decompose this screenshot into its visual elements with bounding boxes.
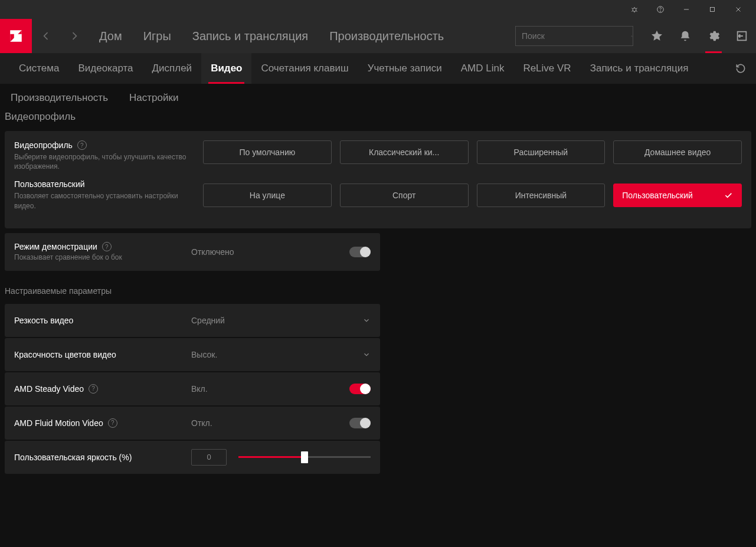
demo-status: Отключено (191, 247, 349, 257)
search-box[interactable] (515, 26, 633, 46)
tab-video[interactable]: Видео (201, 53, 251, 84)
profile-outdoor[interactable]: На улице (203, 184, 332, 207)
demo-sub: Показывает сравнение бок о бок (14, 253, 191, 261)
svg-point-4 (631, 35, 633, 37)
chevron-down-icon (362, 316, 371, 325)
profile-default[interactable]: По умолчанию (203, 140, 332, 164)
help-icon[interactable]: ? (108, 418, 117, 428)
settings-icon[interactable] (699, 19, 728, 53)
brightness-label: Пользовательская яркость (%) (14, 453, 132, 462)
subtab-performance[interactable]: Производительность (11, 92, 117, 104)
profile-custom-label: Пользовательский (622, 191, 693, 200)
tab-amd-link[interactable]: AMD Link (451, 53, 514, 84)
nav-games[interactable]: Игры (133, 19, 182, 53)
fluid-toggle[interactable] (349, 418, 371, 428)
slider-fill (238, 456, 305, 458)
brightness-slider[interactable] (238, 451, 371, 463)
nav-record[interactable]: Запись и трансляция (182, 19, 319, 53)
svg-point-2 (660, 11, 661, 12)
help-icon[interactable]: ? (77, 140, 87, 150)
maximize-button[interactable] (699, 0, 725, 19)
app-window: Дом Игры Запись и трансляция Производите… (0, 0, 756, 547)
profile-home-video[interactable]: Домашнее видео (613, 140, 742, 164)
section-title: Видеопрофиль (5, 110, 751, 131)
help-icon[interactable]: ? (102, 242, 112, 251)
steady-video-row: AMD Steady Video ? Вкл. (5, 372, 380, 405)
nav-performance[interactable]: Производительность (319, 19, 454, 53)
help-icon[interactable]: ? (89, 384, 98, 394)
main-nav: Дом Игры Запись и трансляция Производите… (89, 19, 454, 53)
tab-record[interactable]: Запись и трансляция (581, 53, 698, 84)
vibrance-dropdown[interactable]: Высок. (191, 350, 371, 359)
tab-gpu[interactable]: Видеокарта (68, 53, 142, 84)
search-input[interactable] (516, 31, 631, 41)
demo-mode-row: Режим демонстрации ? Показывает сравнени… (5, 233, 380, 271)
vibrance-value: Высок. (191, 350, 217, 359)
close-button[interactable] (725, 0, 751, 19)
tab-display[interactable]: Дисплей (143, 53, 202, 84)
nav-forward-button[interactable] (60, 19, 89, 53)
tab-relive-vr[interactable]: ReLive VR (513, 53, 580, 84)
help-icon[interactable] (647, 0, 673, 19)
subtab-settings[interactable]: Настройки (129, 92, 188, 104)
fluid-label: AMD Fluid Motion Video (14, 418, 103, 428)
nav-back-button[interactable] (32, 19, 60, 53)
tab-accounts[interactable]: Учетные записи (358, 53, 451, 84)
demo-label: Режим демонстрации (14, 242, 97, 251)
check-icon (724, 191, 733, 200)
favorites-icon[interactable] (643, 19, 671, 53)
custom-desc: Позволяет самостоятельно установить наст… (14, 191, 191, 210)
settings-tabs: Система Видеокарта Дисплей Видео Сочетан… (0, 53, 756, 84)
profile-title: Видеопрофиль (14, 140, 73, 150)
video-profile-panel: Видеопрофиль ? Выберите видеопрофиль, чт… (5, 131, 751, 228)
profile-vivid[interactable]: Интенсивный (477, 184, 606, 207)
exit-icon[interactable] (728, 19, 756, 53)
reset-icon[interactable] (725, 53, 756, 84)
vibrance-row: Красочность цветов видео Высок. (5, 338, 380, 371)
profile-classic[interactable]: Классический ки... (340, 140, 469, 164)
nav-home[interactable]: Дом (89, 19, 133, 53)
fluid-status: Откл. (191, 418, 349, 428)
profile-enhanced[interactable]: Расширенный (477, 140, 606, 164)
header: Дом Игры Запись и трансляция Производите… (0, 19, 756, 53)
vibrance-label: Красочность цветов видео (14, 350, 116, 359)
minimize-button[interactable] (673, 0, 699, 19)
tab-system[interactable]: Система (9, 53, 68, 84)
steady-toggle[interactable] (349, 384, 371, 394)
subtabs: Производительность Настройки (5, 84, 751, 110)
params-section-label: Настраиваемые параметры (5, 272, 751, 304)
chevron-down-icon (362, 351, 371, 359)
tab-hotkeys[interactable]: Сочетания клавиш (251, 53, 358, 84)
sharpness-value: Средний (191, 316, 225, 325)
profile-desc: Выберите видеопрофиль, чтобы улучшить ка… (14, 152, 191, 171)
brightness-input[interactable] (191, 449, 227, 466)
brightness-row: Пользовательская яркость (%) (5, 441, 380, 474)
slider-thumb[interactable] (301, 451, 308, 463)
fluid-motion-row: AMD Fluid Motion Video ? Откл. (5, 407, 380, 440)
demo-toggle[interactable] (349, 247, 371, 257)
steady-label: AMD Steady Video (14, 384, 84, 394)
sharpness-label: Резкость видео (14, 316, 73, 325)
svg-rect-3 (711, 8, 715, 12)
sharpness-dropdown[interactable]: Средний (191, 316, 371, 325)
sharpness-row: Резкость видео Средний (5, 304, 380, 337)
content: Производительность Настройки Видеопрофил… (0, 84, 756, 547)
profile-grid: По умолчанию Классический ки... Расширен… (203, 140, 742, 219)
steady-status: Вкл. (191, 384, 349, 394)
panel-description: Видеопрофиль ? Выберите видеопрофиль, чт… (14, 140, 191, 219)
search-icon[interactable] (631, 35, 633, 37)
profile-sport[interactable]: Спорт (340, 184, 469, 207)
notifications-icon[interactable] (671, 19, 699, 53)
bug-icon[interactable] (621, 0, 647, 19)
profile-custom[interactable]: Пользовательский (613, 184, 742, 207)
titlebar (0, 0, 756, 19)
custom-title: Пользовательский (14, 179, 85, 189)
svg-point-0 (633, 8, 636, 12)
amd-logo[interactable] (0, 19, 32, 53)
